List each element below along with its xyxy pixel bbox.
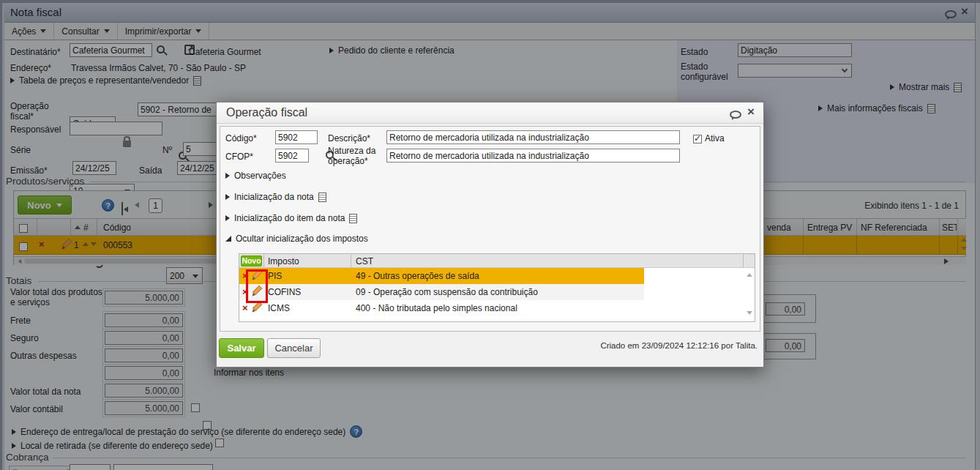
created-info: Criado em 23/09/2024 12:12:16 por Talita…	[600, 341, 758, 350]
section-impostos-label: Ocultar inicialização dos impostos	[236, 234, 368, 244]
imposto-cst: 09 - Operação com suspensão da contribui…	[356, 287, 538, 297]
cfop-input[interactable]: 5902	[275, 149, 309, 163]
section-inicializacao-item-label: Inicialização do item da nota	[234, 213, 345, 223]
codigo-input[interactable]: 5902	[275, 130, 318, 144]
section-impostos[interactable]: Ocultar inicialização dos impostos	[225, 234, 368, 244]
section-inicializacao-item[interactable]: Inicialização do item da nota	[225, 213, 357, 223]
modal-title: Operação fiscal	[226, 106, 307, 119]
close-icon[interactable]	[747, 105, 755, 118]
notes-icon[interactable]	[318, 193, 326, 202]
cfop-label: CFOP*	[225, 152, 253, 162]
section-observacoes-label: Observações	[234, 171, 286, 181]
edit-imposto-icon[interactable]	[251, 302, 262, 313]
descricao-input[interactable]: Retorno de mercadoria utilizada na indus…	[386, 130, 680, 144]
imposto-name: ICMS	[268, 303, 290, 313]
codigo-label: Código*	[225, 133, 257, 143]
impostos-grid-header: Novo Imposto CST	[239, 254, 755, 268]
novo-imposto-button[interactable]: Novo	[241, 255, 262, 266]
natureza-label: Natureza da operação*	[328, 146, 386, 166]
annotation-highlight	[246, 269, 268, 303]
natureza-input[interactable]: Retorno de mercadoria utilizada na indus…	[386, 149, 680, 163]
expanded-arrow-icon	[225, 236, 231, 242]
cancelar-button[interactable]: Cancelar	[267, 338, 321, 358]
section-inicializacao-nota[interactable]: Inicialização da nota	[225, 192, 326, 202]
notes-icon[interactable]	[349, 214, 357, 223]
scroll-down-icon[interactable]	[747, 311, 752, 315]
imposto-row-pis[interactable]: PIS 49 - Outras operações de saída	[239, 268, 755, 284]
imposto-row-icms[interactable]: ICMS 400 - Não tributada pelo simples na…	[239, 300, 755, 316]
imposto-cst: 400 - Não tributada pelo simples naciona…	[356, 303, 517, 313]
comments-icon[interactable]	[730, 111, 741, 119]
delete-imposto-icon[interactable]	[242, 304, 248, 313]
collapsed-arrow-icon	[225, 173, 230, 179]
collapsed-arrow-icon	[225, 194, 230, 200]
section-inicializacao-nota-label: Inicialização da nota	[234, 192, 314, 202]
collapsed-arrow-icon	[225, 215, 230, 221]
cancelar-label: Cancelar	[274, 343, 313, 354]
ativa-label: Ativa	[705, 133, 725, 143]
col-cst[interactable]: CST	[356, 256, 373, 266]
imposto-name: COFINS	[268, 287, 301, 297]
section-observacoes[interactable]: Observações	[225, 171, 286, 181]
scroll-up-icon[interactable]	[747, 273, 752, 277]
impostos-grid: Novo Imposto CST PIS 49 - Outras operaçõ…	[239, 253, 755, 322]
ativa-checkbox[interactable]	[693, 135, 702, 143]
modal-title-bar: Operação fiscal	[217, 102, 763, 124]
col-imposto[interactable]: Imposto	[268, 256, 299, 266]
operacao-fiscal-modal: Operação fiscal Código* 5902 Descrição* …	[216, 102, 764, 368]
descricao-label: Descrição*	[328, 133, 370, 143]
imposto-name: PIS	[268, 271, 282, 281]
imposto-row-cofins[interactable]: COFINS 09 - Operação com suspensão da co…	[239, 284, 755, 300]
salvar-button[interactable]: Salvar	[219, 338, 264, 358]
imposto-cst: 49 - Outras operações de saída	[356, 271, 479, 281]
nota-fiscal-window: Nota fiscal Ações Consultar Imprimir/exp…	[0, 0, 980, 470]
salvar-label: Salvar	[227, 343, 255, 354]
